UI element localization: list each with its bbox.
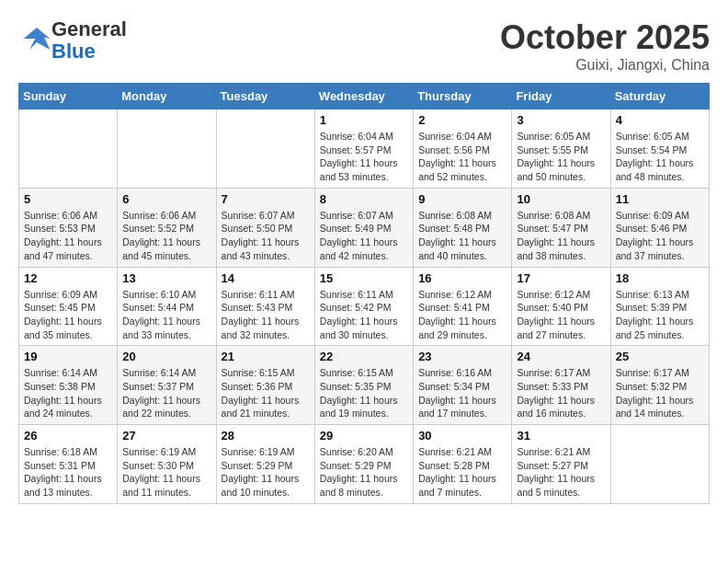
day-number: 12 — [24, 271, 112, 285]
calendar-cell: 22Sunrise: 6:15 AM Sunset: 5:35 PM Dayli… — [314, 346, 413, 425]
calendar-cell: 8Sunrise: 6:07 AM Sunset: 5:49 PM Daylig… — [314, 188, 413, 267]
day-info: Sunrise: 6:19 AM Sunset: 5:30 PM Dayligh… — [122, 445, 210, 500]
logo-blue: Blue — [51, 40, 127, 63]
calendar-cell: 7Sunrise: 6:07 AM Sunset: 5:50 PM Daylig… — [216, 188, 314, 267]
day-info: Sunrise: 6:05 AM Sunset: 5:55 PM Dayligh… — [517, 130, 605, 184]
header-day: Monday — [118, 84, 216, 109]
calendar-cell: 12Sunrise: 6:09 AM Sunset: 5:45 PM Dayli… — [19, 267, 118, 346]
day-info: Sunrise: 6:06 AM Sunset: 5:52 PM Dayligh… — [122, 209, 210, 263]
calendar-cell: 16Sunrise: 6:12 AM Sunset: 5:41 PM Dayli… — [414, 267, 512, 346]
calendar-cell: 9Sunrise: 6:08 AM Sunset: 5:48 PM Daylig… — [414, 188, 512, 267]
day-info: Sunrise: 6:15 AM Sunset: 5:36 PM Dayligh… — [222, 366, 310, 420]
header-day: Saturday — [610, 84, 709, 109]
header-day: Tuesday — [216, 84, 314, 109]
calendar-cell: 17Sunrise: 6:12 AM Sunset: 5:40 PM Dayli… — [512, 267, 610, 346]
day-number: 11 — [616, 192, 704, 206]
day-number: 27 — [122, 429, 210, 442]
day-number: 29 — [320, 429, 408, 442]
day-number: 1 — [320, 113, 408, 127]
calendar-cell: 13Sunrise: 6:10 AM Sunset: 5:44 PM Dayli… — [118, 267, 216, 346]
day-number: 26 — [24, 429, 112, 442]
day-info: Sunrise: 6:14 AM Sunset: 5:38 PM Dayligh… — [24, 366, 112, 420]
calendar-cell — [216, 109, 314, 189]
calendar-cell: 28Sunrise: 6:19 AM Sunset: 5:29 PM Dayli… — [216, 425, 314, 504]
day-number: 15 — [320, 271, 408, 285]
day-number: 24 — [517, 350, 605, 363]
day-info: Sunrise: 6:17 AM Sunset: 5:32 PM Dayligh… — [616, 366, 704, 420]
day-number: 8 — [320, 192, 408, 206]
day-info: Sunrise: 6:05 AM Sunset: 5:54 PM Dayligh… — [616, 130, 704, 184]
calendar-cell: 14Sunrise: 6:11 AM Sunset: 5:43 PM Dayli… — [216, 267, 314, 346]
header-day: Wednesday — [314, 84, 413, 109]
day-number: 23 — [418, 350, 506, 363]
calendar-cell: 11Sunrise: 6:09 AM Sunset: 5:46 PM Dayli… — [610, 188, 709, 267]
day-number: 13 — [122, 271, 210, 285]
calendar-cell: 19Sunrise: 6:14 AM Sunset: 5:38 PM Dayli… — [19, 346, 118, 425]
title-block: October 2025 Guixi, Jiangxi, China — [500, 18, 710, 74]
day-info: Sunrise: 6:11 AM Sunset: 5:43 PM Dayligh… — [222, 288, 310, 342]
day-info: Sunrise: 6:15 AM Sunset: 5:35 PM Dayligh… — [320, 366, 408, 420]
calendar-cell: 1Sunrise: 6:04 AM Sunset: 5:57 PM Daylig… — [314, 109, 413, 189]
day-info: Sunrise: 6:18 AM Sunset: 5:31 PM Dayligh… — [24, 445, 112, 500]
header-day: Sunday — [19, 84, 118, 109]
day-info: Sunrise: 6:12 AM Sunset: 5:40 PM Dayligh… — [517, 288, 605, 342]
calendar-cell: 23Sunrise: 6:16 AM Sunset: 5:34 PM Dayli… — [414, 346, 512, 425]
logo-text: General Blue — [51, 18, 127, 63]
calendar-cell: 15Sunrise: 6:11 AM Sunset: 5:42 PM Dayli… — [314, 267, 413, 346]
calendar-cell: 27Sunrise: 6:19 AM Sunset: 5:30 PM Dayli… — [118, 425, 216, 504]
calendar-cell — [118, 109, 216, 189]
calendar-cell: 4Sunrise: 6:05 AM Sunset: 5:54 PM Daylig… — [610, 109, 709, 189]
day-info: Sunrise: 6:07 AM Sunset: 5:50 PM Dayligh… — [222, 209, 310, 263]
calendar-week-row: 26Sunrise: 6:18 AM Sunset: 5:31 PM Dayli… — [19, 425, 710, 504]
calendar-cell: 10Sunrise: 6:08 AM Sunset: 5:47 PM Dayli… — [512, 188, 610, 267]
calendar-cell: 6Sunrise: 6:06 AM Sunset: 5:52 PM Daylig… — [118, 188, 216, 267]
day-info: Sunrise: 6:21 AM Sunset: 5:27 PM Dayligh… — [517, 445, 605, 500]
day-number: 6 — [122, 192, 210, 206]
calendar-cell: 31Sunrise: 6:21 AM Sunset: 5:27 PM Dayli… — [512, 425, 610, 504]
day-info: Sunrise: 6:07 AM Sunset: 5:49 PM Dayligh… — [320, 209, 408, 263]
calendar-cell: 25Sunrise: 6:17 AM Sunset: 5:32 PM Dayli… — [610, 346, 709, 425]
calendar-cell: 3Sunrise: 6:05 AM Sunset: 5:55 PM Daylig… — [512, 109, 610, 189]
calendar-cell — [19, 109, 118, 189]
day-number: 19 — [24, 350, 112, 363]
day-number: 17 — [517, 271, 605, 285]
day-number: 20 — [122, 350, 210, 363]
header-day: Friday — [512, 84, 610, 109]
day-info: Sunrise: 6:09 AM Sunset: 5:46 PM Dayligh… — [616, 209, 704, 263]
day-number: 2 — [418, 113, 506, 127]
day-info: Sunrise: 6:04 AM Sunset: 5:57 PM Dayligh… — [320, 130, 408, 184]
calendar-cell: 20Sunrise: 6:14 AM Sunset: 5:37 PM Dayli… — [118, 346, 216, 425]
calendar-cell: 29Sunrise: 6:20 AM Sunset: 5:29 PM Dayli… — [314, 425, 413, 504]
logo: General Blue — [18, 18, 127, 63]
day-number: 16 — [418, 271, 506, 285]
day-number: 18 — [616, 271, 704, 285]
day-number: 14 — [222, 271, 310, 285]
day-number: 5 — [24, 192, 112, 206]
header-row: SundayMondayTuesdayWednesdayThursdayFrid… — [19, 84, 710, 109]
calendar-cell: 21Sunrise: 6:15 AM Sunset: 5:36 PM Dayli… — [216, 346, 314, 425]
day-info: Sunrise: 6:16 AM Sunset: 5:34 PM Dayligh… — [418, 366, 506, 420]
calendar-week-row: 5Sunrise: 6:06 AM Sunset: 5:53 PM Daylig… — [19, 188, 710, 267]
day-info: Sunrise: 6:04 AM Sunset: 5:56 PM Dayligh… — [418, 130, 506, 184]
day-info: Sunrise: 6:12 AM Sunset: 5:41 PM Dayligh… — [418, 288, 506, 342]
calendar-cell: 26Sunrise: 6:18 AM Sunset: 5:31 PM Dayli… — [19, 425, 118, 504]
day-number: 25 — [616, 350, 704, 363]
calendar-cell: 24Sunrise: 6:17 AM Sunset: 5:33 PM Dayli… — [512, 346, 610, 425]
calendar-body: 1Sunrise: 6:04 AM Sunset: 5:57 PM Daylig… — [19, 109, 710, 504]
svg-marker-0 — [24, 28, 51, 50]
day-number: 21 — [222, 350, 310, 363]
calendar-week-row: 19Sunrise: 6:14 AM Sunset: 5:38 PM Dayli… — [19, 346, 710, 425]
calendar-table: SundayMondayTuesdayWednesdayThursdayFrid… — [18, 83, 710, 504]
calendar-cell — [610, 425, 709, 504]
day-info: Sunrise: 6:09 AM Sunset: 5:45 PM Dayligh… — [24, 288, 112, 342]
day-info: Sunrise: 6:11 AM Sunset: 5:42 PM Dayligh… — [320, 288, 408, 342]
day-info: Sunrise: 6:20 AM Sunset: 5:29 PM Dayligh… — [320, 445, 408, 500]
calendar-title: October 2025 — [500, 18, 710, 57]
day-info: Sunrise: 6:13 AM Sunset: 5:39 PM Dayligh… — [616, 288, 704, 342]
page-header: General Blue October 2025 Guixi, Jiangxi… — [18, 18, 710, 74]
day-number: 3 — [517, 113, 605, 127]
calendar-cell: 18Sunrise: 6:13 AM Sunset: 5:39 PM Dayli… — [610, 267, 709, 346]
day-info: Sunrise: 6:14 AM Sunset: 5:37 PM Dayligh… — [122, 366, 210, 420]
day-info: Sunrise: 6:21 AM Sunset: 5:28 PM Dayligh… — [418, 445, 506, 500]
day-number: 10 — [517, 192, 605, 206]
